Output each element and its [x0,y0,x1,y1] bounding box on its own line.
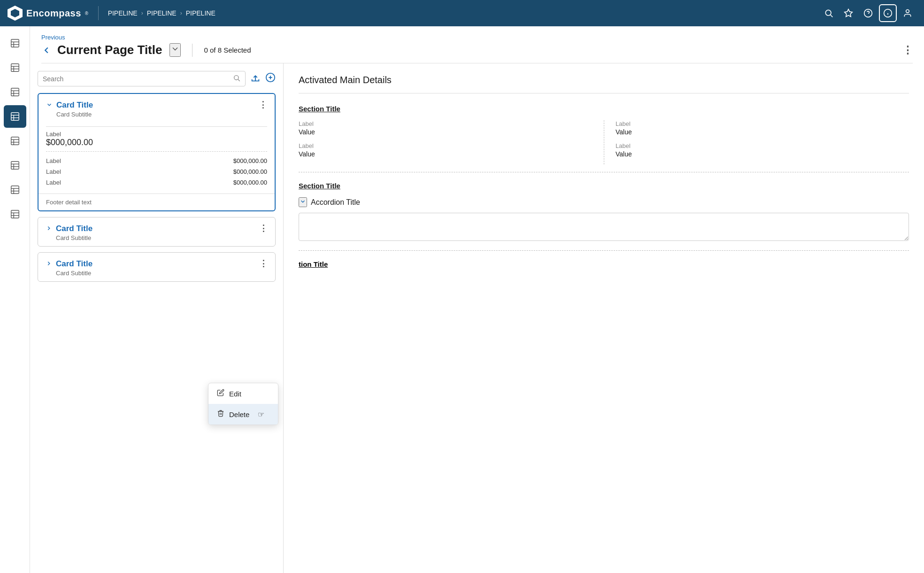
field-group-1: Label Value [299,120,593,136]
sidebar-item-1[interactable] [4,32,26,54]
sidebar-item-2[interactable] [4,56,26,79]
card-2: Card Title Card Subtitle ⋮ [38,217,276,247]
section-dashed-divider-1 [299,172,909,172]
page-title: Current Page Title [57,43,162,57]
sidebar-item-3[interactable] [4,81,26,103]
card-1-dashed-divider [46,151,267,152]
left-panel: Card Title Card Subtitle ⋮ Label $000,00… [30,63,284,573]
svg-point-41 [234,76,239,80]
breadcrumb-item-2[interactable]: PIPELINE [147,9,177,17]
field-label-4: Label [616,142,909,149]
card-1: Card Title Card Subtitle ⋮ Label $000,00… [38,93,276,211]
card-1-toggle[interactable] [46,101,53,109]
favorites-button[interactable] [839,4,857,22]
card-1-main-value: Label $000,000.00 [46,131,267,147]
card-1-main-label: Label [46,131,267,138]
search-icon [233,74,240,83]
breadcrumb-item-1[interactable]: PIPELINE [108,9,138,17]
svg-rect-37 [11,210,19,218]
info-button[interactable] [879,4,897,22]
breadcrumb-sep-2: › [180,10,182,16]
edit-icon [217,389,224,398]
add-button[interactable] [265,72,276,85]
svg-point-0 [825,10,831,15]
logo-text: Encompass [26,8,81,19]
card-2-header: Card Title Card Subtitle ⋮ [38,217,275,246]
delete-icon [217,410,224,419]
context-menu: Edit Delete ☞ [208,383,278,425]
field-label-1: Label [299,120,593,127]
card-1-footer: Footer detail text [38,194,275,210]
sidebar-item-7[interactable] [4,178,26,201]
title-divider [192,44,192,57]
grid-col-right: Label Value Label Value [604,120,909,164]
field-group-2: Label Value [299,142,593,158]
nav-icons [820,4,916,22]
card-2-menu-button[interactable]: ⋮ [259,224,268,232]
svg-rect-29 [11,162,19,170]
card-3-menu-button[interactable]: ⋮ [259,259,268,268]
export-button[interactable] [250,72,261,85]
card-3-toggle[interactable] [46,259,52,268]
card-2-subtitle: Card Subtitle [56,234,255,241]
page-header: Previous Current Page Title 0 of 8 Selec… [30,26,924,63]
context-edit-label: Edit [229,390,241,398]
sidebar-item-6[interactable] [4,154,26,177]
accordion-toggle[interactable] [299,197,307,207]
header-more-button[interactable]: ⋮ [902,44,913,56]
grid-col-left: Label Value Label Value [299,120,604,164]
back-button[interactable] [41,45,52,55]
search-button[interactable] [820,4,838,22]
card-1-menu-button[interactable]: ⋮ [259,101,267,109]
previous-link[interactable]: Previous [41,34,913,41]
section-3-title: tion Title [299,260,909,268]
right-panel: Activated Main Details Section Title Lab… [284,63,924,573]
top-navigation: Encompass ® PIPELINE › PIPELINE › PIPELI… [0,0,924,26]
field-value-3: Value [616,128,909,136]
section-2-title: Section Title [299,182,909,190]
card-3-title-area: Card Title Card Subtitle [56,259,255,277]
sidebar-item-8[interactable] [4,203,26,225]
card-1-title: Card Title [56,101,255,110]
card-1-title-area: Card Title Card Subtitle [56,101,255,118]
field-label-2: Label [299,142,593,149]
page-title-row: Current Page Title 0 of 8 Selected ⋮ [41,43,913,57]
card-1-row-1: Label $000,000.00 [46,155,267,166]
card-1-row-3: Label $000,000.00 [46,177,267,188]
search-input-wrap[interactable] [38,71,246,86]
section-dashed-divider-2 [299,250,909,251]
breadcrumb-item-3[interactable]: PIPELINE [186,9,216,17]
context-menu-delete[interactable]: Delete ☞ [208,404,278,425]
accordion-textarea[interactable] [299,213,909,241]
card-3-header: Card Title Card Subtitle ⋮ [38,253,275,281]
section-1-grid: Label Value Label Value Label Value [299,120,909,164]
user-button[interactable] [899,4,916,22]
main-section-title: Activated Main Details [299,75,909,85]
title-dropdown-button[interactable] [169,43,181,57]
svg-rect-13 [11,64,19,72]
card-1-main-amount: $000,000.00 [46,138,267,147]
sidebar-item-4[interactable] [4,105,26,128]
svg-rect-9 [11,39,19,47]
card-1-body: Label $000,000.00 Label $000,000.00 Labe… [38,126,275,194]
card-3-title: Card Title [56,259,255,269]
card-1-header: Card Title Card Subtitle ⋮ [38,94,275,123]
svg-rect-25 [11,137,19,145]
split-layout: Card Title Card Subtitle ⋮ Label $000,00… [30,63,924,573]
svg-rect-21 [11,113,19,121]
nav-divider [98,6,99,20]
content-area: Previous Current Page Title 0 of 8 Selec… [30,26,924,573]
help-button[interactable] [859,4,877,22]
svg-point-8 [906,10,909,13]
field-group-4: Label Value [616,142,909,158]
card-1-row-2: Label $000,000.00 [46,166,267,177]
context-delete-label: Delete [229,410,249,418]
logo: Encompass ® [8,6,89,21]
sidebar-item-5[interactable] [4,130,26,152]
field-value-2: Value [299,150,593,158]
field-group-3: Label Value [616,120,909,136]
context-menu-edit[interactable]: Edit [208,383,278,404]
card-2-toggle[interactable] [46,224,52,233]
search-input[interactable] [43,75,233,83]
svg-line-1 [831,15,833,17]
